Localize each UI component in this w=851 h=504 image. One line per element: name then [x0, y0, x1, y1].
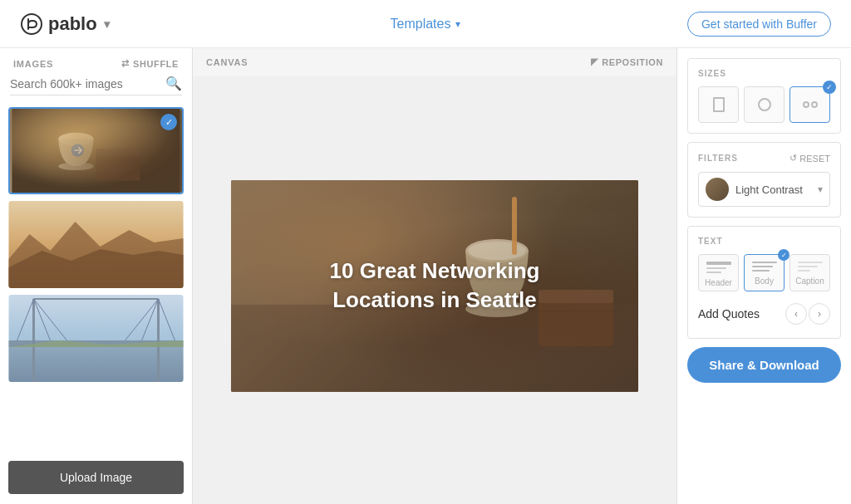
svg-rect-6: [96, 149, 140, 157]
size-pinterest-button[interactable]: [698, 86, 739, 123]
header-center: Templates ▾: [391, 17, 461, 32]
templates-chevron-icon: ▾: [455, 18, 460, 30]
main-layout: IMAGES ⇄ SHUFFLE 🔍: [0, 48, 851, 504]
size-circle-icon: [758, 98, 771, 111]
list-item[interactable]: ✓: [8, 107, 184, 194]
filter-thumbnail: [706, 178, 729, 201]
add-quotes-label: Add Quotes: [698, 307, 760, 321]
list-item[interactable]: [8, 201, 184, 288]
text-header-option[interactable]: Header: [698, 254, 739, 291]
svg-rect-2: [12, 109, 180, 193]
filters-reset-button[interactable]: ↺ RESET: [790, 153, 830, 164]
filters-section: FILTERS ↺ RESET Light Contrast ▾: [687, 142, 841, 218]
text-caption-option[interactable]: Caption: [790, 254, 830, 291]
text-header-label: Header: [705, 278, 732, 287]
filter-chevron-icon: ▾: [818, 183, 823, 195]
size-selected-check-icon: ✓: [823, 81, 836, 94]
shuffle-icon: ⇄: [121, 58, 130, 69]
text-body-option[interactable]: ✓ Body: [744, 254, 785, 291]
templates-button[interactable]: Templates ▾: [391, 17, 461, 32]
logo-text: pablo: [48, 13, 97, 35]
canvas-toolbar: CANVAS ◤ REPOSITION: [193, 48, 676, 76]
images-section-label: IMAGES: [13, 59, 53, 69]
shuffle-label: SHUFFLE: [133, 59, 179, 69]
thumb-3-image: [8, 295, 184, 382]
list-item[interactable]: [8, 295, 184, 382]
filter-dropdown[interactable]: Light Contrast ▾: [698, 172, 830, 207]
text-section: TEXT Header ✓: [687, 226, 841, 339]
size-wide-icon: [803, 101, 818, 108]
shuffle-button[interactable]: ⇄ SHUFFLE: [121, 58, 179, 69]
canvas-text[interactable]: 10 Great NetworkingLocations in Seattle: [231, 257, 638, 315]
left-panel-header: IMAGES ⇄ SHUFFLE: [0, 48, 192, 76]
search-bar: 🔍: [10, 76, 182, 95]
canvas-image[interactable]: 10 Great NetworkingLocations in Seattle: [231, 180, 638, 392]
filters-title: FILTERS: [698, 154, 738, 163]
thumb-2-image: [8, 201, 184, 288]
text-body-label: Body: [755, 276, 774, 286]
svg-rect-11: [9, 201, 184, 288]
size-portrait-icon: [713, 97, 725, 112]
svg-rect-23: [9, 347, 184, 382]
thumb-1-image: [10, 109, 182, 193]
canvas-wrapper: 10 Great NetworkingLocations in Seattle: [193, 76, 676, 504]
reposition-icon: ◤: [591, 56, 598, 67]
svg-rect-1: [12, 109, 180, 193]
header-lines-icon: [706, 262, 731, 273]
quotes-prev-button[interactable]: ‹: [785, 303, 807, 325]
upload-image-button[interactable]: Upload Image: [8, 461, 184, 494]
search-input[interactable]: [10, 77, 165, 91]
sizes-section: SIZES ✓: [687, 58, 841, 134]
reposition-button[interactable]: ◤ REPOSITION: [591, 56, 663, 67]
nav-arrows: ‹ ›: [785, 303, 830, 325]
get-started-button[interactable]: Get started with Buffer: [687, 12, 831, 37]
caption-lines-icon: [798, 262, 823, 272]
reset-label: RESET: [799, 154, 830, 164]
text-title: TEXT: [698, 237, 830, 246]
canvas-label: CANVAS: [206, 57, 248, 67]
logo[interactable]: pablo ▾: [20, 12, 110, 36]
size-twitter-button[interactable]: ✓: [790, 86, 830, 123]
quotes-next-button[interactable]: ›: [809, 303, 830, 325]
size-instagram-button[interactable]: [744, 86, 785, 123]
selected-check-icon: ✓: [160, 114, 177, 130]
text-selected-check-icon: ✓: [778, 249, 790, 261]
templates-label: Templates: [391, 17, 451, 32]
body-lines-icon: [752, 262, 777, 272]
logo-chevron-icon: ▾: [104, 17, 110, 31]
svg-point-4: [58, 162, 93, 170]
svg-point-7: [71, 144, 84, 156]
right-panel: SIZES ✓ FILTERS: [676, 48, 851, 504]
search-icon[interactable]: 🔍: [165, 76, 182, 91]
reposition-label: REPOSITION: [602, 57, 663, 67]
svg-point-3: [58, 133, 93, 145]
image-grid: ✓: [0, 104, 192, 454]
filters-header: FILTERS ↺ RESET: [698, 153, 830, 164]
reset-icon: ↺: [790, 153, 797, 164]
sizes-grid: ✓: [698, 86, 830, 123]
share-download-button[interactable]: Share & Download: [687, 347, 841, 383]
svg-point-0: [22, 14, 42, 34]
pablo-logo-icon: [20, 12, 43, 36]
svg-rect-32: [512, 197, 517, 255]
canvas-area: CANVAS ◤ REPOSITION: [193, 48, 676, 504]
sizes-title: SIZES: [698, 69, 830, 78]
filter-name: Light Contrast: [735, 183, 811, 196]
left-panel: IMAGES ⇄ SHUFFLE 🔍: [0, 48, 193, 504]
text-options: Header ✓ Body: [698, 254, 830, 291]
header: pablo ▾ Templates ▾ Get started with Buf…: [0, 0, 851, 48]
text-caption-label: Caption: [795, 276, 824, 286]
add-quotes-row: Add Quotes ‹ ›: [698, 300, 830, 328]
svg-rect-5: [96, 153, 140, 181]
